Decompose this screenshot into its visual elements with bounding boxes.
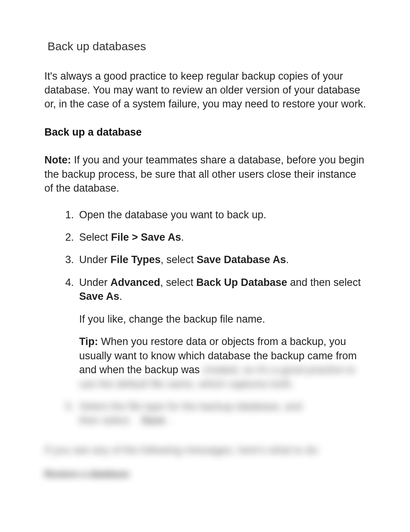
step-5-line1: Select the file type for the backup data… — [79, 399, 368, 413]
step-2: Select File > Save As. — [68, 230, 368, 244]
tip-block: Tip: When you restore data or objects fr… — [79, 335, 368, 391]
step-3-text: Under File Types, select Save Database A… — [79, 253, 368, 267]
step-4-subpara: If you like, change the backup file name… — [79, 312, 368, 326]
page-title: Back up databases — [47, 39, 368, 54]
note-text: If you and your teammates share a databa… — [44, 154, 364, 194]
step-2-text: Select File > Save As. — [79, 230, 368, 244]
step-5-line2: then select Save . — [79, 413, 368, 427]
section-heading-backup: Back up a database — [44, 125, 368, 139]
note-label: Note: — [44, 154, 71, 166]
step-1-text: Open the database you want to back up. — [79, 208, 368, 222]
tip-label: Tip: — [79, 336, 98, 347]
step-4: Under Advanced, select Back Up Database … — [68, 275, 368, 391]
note-block: Note: If you and your teammates share a … — [44, 153, 368, 195]
followup-message: If you see any of the following messages… — [44, 443, 368, 457]
steps-list: Open the database you want to back up. S… — [68, 208, 368, 428]
section-heading-restore: Restore a database — [44, 468, 368, 480]
step-5: Select the file type for the backup data… — [68, 399, 368, 428]
step-1: Open the database you want to back up. — [68, 208, 368, 222]
step-4-text: Under Advanced, select Back Up Database … — [79, 275, 368, 304]
intro-paragraph: It's always a good practice to keep regu… — [44, 69, 368, 111]
step-3: Under File Types, select Save Database A… — [68, 253, 368, 267]
